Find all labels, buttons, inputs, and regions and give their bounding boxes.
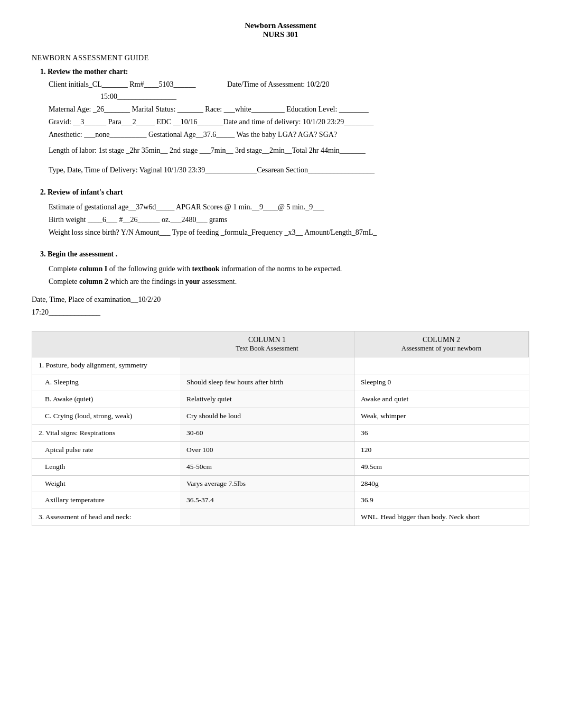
table-row: Weight Varys average 7.5lbs 2840g [32, 475, 529, 492]
col2-header: COLUMN 2 Assessment of your newborn [354, 331, 529, 357]
table-row: Length 45-50cm 49.5cm [32, 458, 529, 475]
table-row: Apical pulse rate Over 100 120 [32, 441, 529, 458]
section3-block: 3. Begin the assessment . Complete colum… [32, 248, 529, 318]
row-col1: 36.5-37.4 [180, 492, 354, 509]
row-label: Length [32, 459, 180, 475]
page-title-line1: Newborn Assessment [32, 21, 529, 30]
section1-heading: 1. Review the mother chart: [40, 66, 529, 78]
delivery-line: Type, Date, Time of Delivery: Vaginal 10… [32, 164, 529, 177]
client-initials-text: Client initials_CL_______ Rm#____5103___… [49, 80, 195, 88]
table-label-header [32, 331, 180, 357]
row-col2: WNL. Head bigger than body. Neck short [354, 509, 529, 526]
guide-heading: NEWBORN ASSESSMENT GUIDE [32, 52, 529, 64]
row-col2: 49.5cm [354, 459, 529, 475]
row-col2: Awake and quiet [354, 391, 529, 408]
labor-line: Length of labor: 1st stage _2hr 35min__ … [32, 144, 529, 157]
table-row: 3. Assessment of head and neck: WNL. Hea… [32, 509, 529, 526]
row-col1 [180, 509, 354, 526]
page-header: Newborn Assessment NURS 301 [32, 21, 529, 39]
col2-header-title: COLUMN 2 [361, 336, 522, 344]
labor-line-text: Length of labor: 1st stage _2hr 35min__ … [49, 146, 366, 154]
maternal-line: Maternal Age: _26_______ Marital Status:… [49, 103, 529, 116]
row-col1: Relatively quiet [180, 391, 354, 408]
row-col2: 2840g [354, 476, 529, 492]
datetime-assessment-text: Date/Time of Assessment: 10/2/20 [227, 80, 330, 88]
rm-sub-text: 15:00________________ [100, 93, 176, 100]
row-label: 1. Posture, body alignment, symmetry [32, 357, 180, 374]
section2-block: 2. Review of infant's chart Estimate of … [32, 186, 529, 238]
guide-heading-block: NEWBORN ASSESSMENT GUIDE 1. Review the m… [32, 52, 529, 177]
row-col1: Should sleep few hours after birth [180, 374, 354, 391]
row-label: 3. Assessment of head and neck: [32, 509, 180, 526]
assessment-table: COLUMN 1 Text Book Assessment COLUMN 2 A… [32, 331, 529, 526]
row-label: Axillary temperature [32, 492, 180, 509]
anesthetic-line: Anesthetic: ___none__________ Gestationa… [49, 128, 529, 141]
section3-desc2: Complete column 2 which are the findings… [49, 275, 529, 288]
table-row: Axillary temperature 36.5-37.4 36.9 [32, 492, 529, 509]
col1-header-sub: Text Book Assessment [186, 344, 348, 353]
weight-loss-line: Weight loss since birth? Y/N Amount___ T… [49, 226, 529, 239]
section3-heading: 3. Begin the assessment . [40, 248, 529, 261]
col2-header-sub: Assessment of your newborn [361, 344, 522, 353]
client-line: Client initials_CL_______ Rm#____5103___… [49, 78, 529, 91]
row-label: 2. Vital signs: Respirations [32, 425, 180, 441]
table-row: C. Crying (loud, strong, weak) Cry shoul… [32, 408, 529, 425]
col1-header: COLUMN 1 Text Book Assessment [180, 331, 354, 357]
birth-weight-line: Birth weight ____6___ #__26______ oz.___… [49, 214, 529, 226]
table-row: B. Awake (quiet) Relatively quiet Awake … [32, 391, 529, 408]
row-col1: 30-60 [180, 425, 354, 441]
table-row: 1. Posture, body alignment, symmetry [32, 357, 529, 374]
row-col1: Cry should be loud [180, 408, 354, 425]
row-label: C. Crying (loud, strong, weak) [32, 408, 180, 425]
delivery-line-text: Type, Date, Time of Delivery: Vaginal 10… [49, 166, 375, 174]
table-row: A. Sleeping Should sleep few hours after… [32, 374, 529, 391]
row-col1: Varys average 7.5lbs [180, 476, 354, 492]
rm-sub-line: 15:00________________ [100, 90, 529, 103]
row-col2: Sleeping 0 [354, 374, 529, 391]
page-title-line2: NURS 301 [32, 30, 529, 39]
row-col2 [354, 357, 529, 374]
row-label: B. Awake (quiet) [32, 391, 180, 408]
row-col2: 36 [354, 425, 529, 441]
row-label: Weight [32, 476, 180, 492]
section3-desc1: Complete column I of the following guide… [49, 263, 529, 275]
row-label: Apical pulse rate [32, 442, 180, 458]
row-col2: Weak, whimper [354, 408, 529, 425]
table-row: 2. Vital signs: Respirations 30-60 36 [32, 425, 529, 441]
row-col1: Over 100 [180, 442, 354, 458]
row-label: A. Sleeping [32, 374, 180, 391]
gravid-line: Gravid: __3______ Para___2_____ EDC __10… [49, 116, 529, 128]
table-header-row: COLUMN 1 Text Book Assessment COLUMN 2 A… [32, 331, 529, 357]
row-col2: 36.9 [354, 492, 529, 509]
date-line: Date, Time, Place of examination__10/2/2… [32, 293, 529, 306]
row-col1: 45-50cm [180, 459, 354, 475]
table-body: 1. Posture, body alignment, symmetry A. … [32, 357, 529, 526]
time-line: 17:20______________ [32, 306, 529, 319]
col1-header-title: COLUMN 1 [186, 336, 348, 344]
row-col2: 120 [354, 442, 529, 458]
row-col1 [180, 357, 354, 374]
gestational-line: Estimate of gestational age__37w6d_____ … [49, 201, 529, 214]
section2-heading: 2. Review of infant's chart [40, 186, 529, 199]
